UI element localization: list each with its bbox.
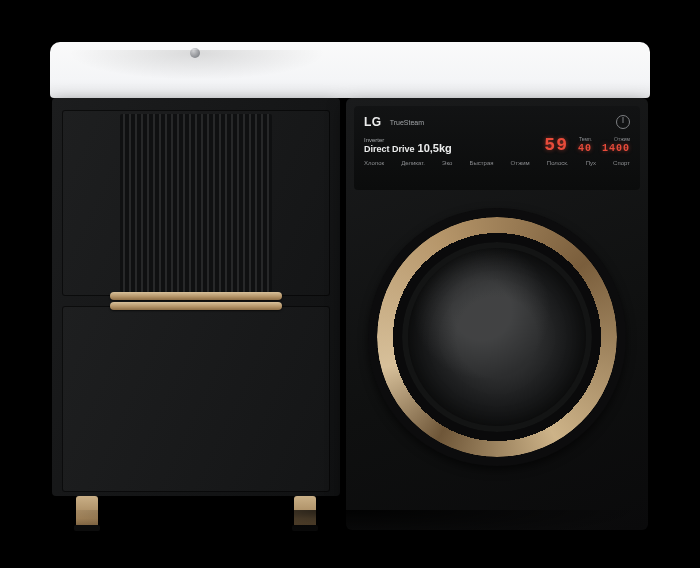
faucet-hole (190, 48, 200, 58)
drum-glass (442, 282, 552, 392)
cabinet-drawer-bottom (62, 306, 330, 492)
power-icon (616, 115, 630, 129)
program-label: Полоск. (547, 160, 569, 166)
program-row: Хлопок Деликат. Эко Быстрая Отжим Полоск… (364, 160, 630, 166)
fluted-panel (120, 114, 272, 292)
cabinet-drawer-top (62, 110, 330, 296)
floor-shadow (50, 510, 650, 542)
brand-logo: LG (364, 115, 382, 129)
display-group: 59 Темп. 40 Отжим 1400 (544, 135, 630, 155)
countertop (50, 42, 650, 98)
temp-label: Темп. (579, 136, 592, 142)
drive-label: Direct Drive (364, 145, 415, 154)
time-display: 59 (544, 135, 568, 155)
vanity-cabinet (52, 98, 340, 496)
tagline-label: TrueSteam (390, 119, 424, 126)
temp-display: 40 (578, 143, 592, 154)
product-scene: LG TrueSteam Inverter Direct Drive 10,5k… (50, 42, 650, 532)
program-label: Быстрая (470, 160, 494, 166)
program-label: Отжим (511, 160, 530, 166)
spin-display: 1400 (602, 143, 630, 154)
washing-machine: LG TrueSteam Inverter Direct Drive 10,5k… (346, 98, 648, 530)
drawer-handle (110, 302, 282, 310)
program-label: Пух (586, 160, 596, 166)
drawer-handle (110, 292, 282, 300)
control-panel: LG TrueSteam Inverter Direct Drive 10,5k… (354, 106, 640, 190)
program-label: Спорт (613, 160, 630, 166)
program-label: Хлопок (364, 160, 384, 166)
drive-block: Inverter Direct Drive 10,5kg (364, 137, 452, 154)
washer-door (368, 208, 626, 466)
capacity-label: 10,5kg (418, 143, 452, 154)
program-label: Эко (442, 160, 452, 166)
spin-label: Отжим (614, 136, 630, 142)
program-label: Деликат. (401, 160, 425, 166)
